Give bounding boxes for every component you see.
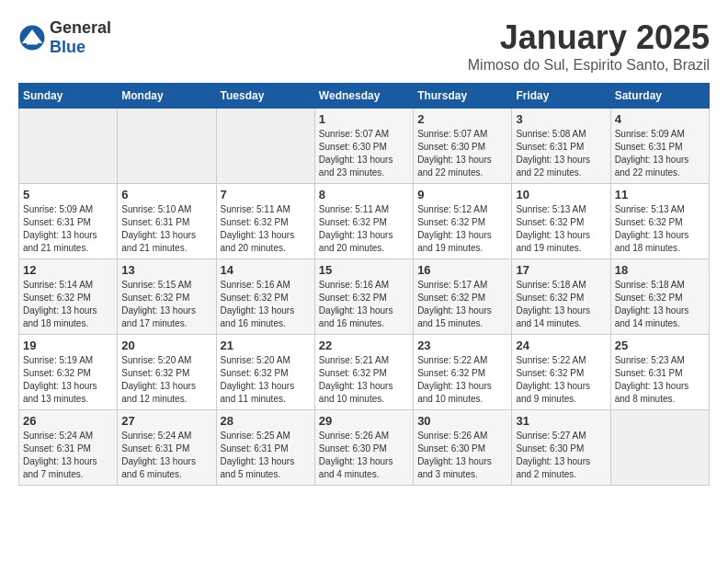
title-area: January 2025 Mimoso do Sul, Espirito San… [468,18,710,74]
month-title: January 2025 [468,18,710,57]
calendar-day-cell: 2Sunrise: 5:07 AM Sunset: 6:30 PM Daylig… [414,109,512,184]
calendar-day-cell: 28Sunrise: 5:25 AM Sunset: 6:31 PM Dayli… [216,410,314,486]
day-number: 2 [417,112,507,126]
day-info: Sunrise: 5:18 AM Sunset: 6:32 PM Dayligh… [516,279,606,330]
day-info: Sunrise: 5:19 AM Sunset: 6:32 PM Dayligh… [23,354,113,406]
calendar-day-cell [610,410,709,486]
day-number: 19 [23,339,113,352]
calendar-day-cell: 14Sunrise: 5:16 AM Sunset: 6:32 PM Dayli… [216,259,314,335]
day-of-week-header: Wednesday [314,84,413,109]
day-info: Sunrise: 5:16 AM Sunset: 6:32 PM Dayligh… [319,279,409,330]
day-number: 27 [121,414,211,428]
day-info: Sunrise: 5:17 AM Sunset: 6:32 PM Dayligh… [417,279,507,330]
day-number: 6 [121,188,211,201]
day-of-week-header: Monday [118,84,216,109]
day-number: 31 [516,414,606,428]
day-number: 8 [319,188,409,201]
logo-general-text: General [50,18,111,37]
day-number: 23 [417,339,507,352]
day-info: Sunrise: 5:20 AM Sunset: 6:32 PM Dayligh… [121,354,211,406]
day-number: 16 [417,263,507,277]
calendar-day-cell: 23Sunrise: 5:22 AM Sunset: 6:32 PM Dayli… [414,335,512,410]
calendar-day-cell: 9Sunrise: 5:12 AM Sunset: 6:32 PM Daylig… [414,184,512,259]
calendar-day-cell: 11Sunrise: 5:13 AM Sunset: 6:32 PM Dayli… [610,184,709,259]
day-info: Sunrise: 5:08 AM Sunset: 6:31 PM Dayligh… [516,128,606,179]
logo-blue-text: Blue [50,38,85,56]
day-info: Sunrise: 5:13 AM Sunset: 6:32 PM Dayligh… [516,203,606,255]
day-number: 30 [417,414,507,428]
calendar-day-cell: 17Sunrise: 5:18 AM Sunset: 6:32 PM Dayli… [512,259,610,335]
day-number: 14 [221,263,311,277]
day-info: Sunrise: 5:21 AM Sunset: 6:32 PM Dayligh… [319,354,409,406]
day-number: 5 [23,188,113,201]
day-number: 28 [221,414,311,428]
day-number: 21 [221,339,311,352]
calendar-day-cell: 27Sunrise: 5:24 AM Sunset: 6:31 PM Dayli… [118,410,216,486]
calendar-day-cell: 30Sunrise: 5:26 AM Sunset: 6:30 PM Dayli… [414,410,512,486]
calendar-day-cell: 15Sunrise: 5:16 AM Sunset: 6:32 PM Dayli… [314,259,413,335]
day-number: 20 [121,339,211,352]
calendar-day-cell: 3Sunrise: 5:08 AM Sunset: 6:31 PM Daylig… [512,109,610,184]
day-info: Sunrise: 5:07 AM Sunset: 6:30 PM Dayligh… [319,128,409,179]
day-of-week-header: Sunday [19,84,118,109]
day-of-week-header: Friday [512,84,610,109]
day-number: 1 [319,112,409,126]
day-number: 7 [221,188,311,201]
calendar-day-cell: 7Sunrise: 5:11 AM Sunset: 6:32 PM Daylig… [216,184,314,259]
calendar-day-cell: 26Sunrise: 5:24 AM Sunset: 6:31 PM Dayli… [19,410,118,486]
day-info: Sunrise: 5:24 AM Sunset: 6:31 PM Dayligh… [23,430,113,481]
day-number: 12 [23,263,113,277]
location-text: Mimoso do Sul, Espirito Santo, Brazil [468,57,710,74]
day-info: Sunrise: 5:25 AM Sunset: 6:31 PM Dayligh… [221,430,311,481]
day-info: Sunrise: 5:18 AM Sunset: 6:32 PM Dayligh… [615,279,705,330]
calendar-day-cell: 29Sunrise: 5:26 AM Sunset: 6:30 PM Dayli… [314,410,413,486]
calendar-day-cell: 19Sunrise: 5:19 AM Sunset: 6:32 PM Dayli… [19,335,118,410]
day-info: Sunrise: 5:09 AM Sunset: 6:31 PM Dayligh… [23,203,113,255]
calendar-header-row: SundayMondayTuesdayWednesdayThursdayFrid… [19,84,710,109]
day-number: 22 [319,339,409,352]
day-info: Sunrise: 5:12 AM Sunset: 6:32 PM Dayligh… [417,203,507,255]
day-number: 13 [121,263,211,277]
day-number: 17 [516,263,606,277]
calendar-day-cell: 21Sunrise: 5:20 AM Sunset: 6:32 PM Dayli… [216,335,314,410]
day-of-week-header: Saturday [610,84,709,109]
calendar-day-cell: 16Sunrise: 5:17 AM Sunset: 6:32 PM Dayli… [414,259,512,335]
calendar-day-cell: 22Sunrise: 5:21 AM Sunset: 6:32 PM Dayli… [314,335,413,410]
calendar-day-cell: 20Sunrise: 5:20 AM Sunset: 6:32 PM Dayli… [118,335,216,410]
day-info: Sunrise: 5:13 AM Sunset: 6:32 PM Dayligh… [615,203,705,255]
day-number: 29 [319,414,409,428]
calendar-day-cell: 8Sunrise: 5:11 AM Sunset: 6:32 PM Daylig… [314,184,413,259]
logo: General Blue [18,18,111,57]
day-of-week-header: Thursday [414,84,512,109]
calendar-day-cell [216,109,314,184]
calendar-day-cell: 5Sunrise: 5:09 AM Sunset: 6:31 PM Daylig… [19,184,118,259]
day-number: 25 [615,339,705,352]
day-info: Sunrise: 5:23 AM Sunset: 6:31 PM Dayligh… [615,354,705,406]
day-info: Sunrise: 5:26 AM Sunset: 6:30 PM Dayligh… [319,430,409,481]
day-number: 3 [516,112,606,126]
day-info: Sunrise: 5:22 AM Sunset: 6:32 PM Dayligh… [516,354,606,406]
day-number: 11 [615,188,705,201]
day-number: 10 [516,188,606,201]
day-number: 15 [319,263,409,277]
day-info: Sunrise: 5:14 AM Sunset: 6:32 PM Dayligh… [23,279,113,330]
calendar-day-cell: 24Sunrise: 5:22 AM Sunset: 6:32 PM Dayli… [512,335,610,410]
day-number: 18 [615,263,705,277]
calendar-day-cell [118,109,216,184]
day-info: Sunrise: 5:11 AM Sunset: 6:32 PM Dayligh… [319,203,409,255]
calendar-day-cell: 4Sunrise: 5:09 AM Sunset: 6:31 PM Daylig… [610,109,709,184]
calendar-day-cell: 10Sunrise: 5:13 AM Sunset: 6:32 PM Dayli… [512,184,610,259]
day-info: Sunrise: 5:27 AM Sunset: 6:30 PM Dayligh… [516,430,606,481]
calendar-day-cell: 6Sunrise: 5:10 AM Sunset: 6:31 PM Daylig… [118,184,216,259]
day-number: 9 [417,188,507,201]
day-number: 26 [23,414,113,428]
day-info: Sunrise: 5:07 AM Sunset: 6:30 PM Dayligh… [417,128,507,179]
svg-rect-2 [27,40,38,45]
calendar-week-row: 26Sunrise: 5:24 AM Sunset: 6:31 PM Dayli… [19,410,710,486]
day-info: Sunrise: 5:15 AM Sunset: 6:32 PM Dayligh… [121,279,211,330]
calendar-week-row: 1Sunrise: 5:07 AM Sunset: 6:30 PM Daylig… [19,109,710,184]
calendar-day-cell: 1Sunrise: 5:07 AM Sunset: 6:30 PM Daylig… [314,109,413,184]
calendar-week-row: 19Sunrise: 5:19 AM Sunset: 6:32 PM Dayli… [19,335,710,410]
day-info: Sunrise: 5:20 AM Sunset: 6:32 PM Dayligh… [221,354,311,406]
calendar-day-cell: 18Sunrise: 5:18 AM Sunset: 6:32 PM Dayli… [610,259,709,335]
